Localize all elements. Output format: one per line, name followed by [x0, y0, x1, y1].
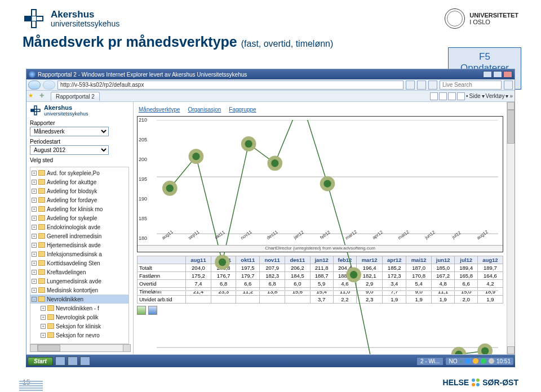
- add-favorite-icon[interactable]: ✚: [39, 92, 47, 100]
- chart: aug11sep11okt11nov11des11jan12feb12mar12…: [137, 116, 503, 252]
- tree-scrollbar[interactable]: [30, 344, 131, 352]
- tree-item[interactable]: +Lungemedisinsk avde: [30, 277, 128, 286]
- maximize-button[interactable]: [493, 71, 502, 78]
- scroll-right-icon[interactable]: [123, 344, 131, 352]
- page-body: Akershus universitetssykehus Rapporter M…: [26, 102, 515, 354]
- svg-point-31: [350, 271, 357, 278]
- tree-item[interactable]: +Medisinsk kontortjen: [30, 286, 128, 295]
- search-input[interactable]: [440, 81, 502, 90]
- tray-icon-3[interactable]: [481, 358, 486, 364]
- svg-rect-8: [31, 109, 34, 112]
- export-excel-icon[interactable]: [137, 306, 146, 315]
- tree-item[interactable]: +Avd. for sykepleie,Po: [30, 168, 128, 177]
- ahus-logo: Akershus universitetssykehus: [23, 7, 119, 30]
- taskbar: Start 2 - Wi... NO « 10:51: [26, 355, 515, 367]
- export-word-icon[interactable]: [148, 306, 157, 315]
- tree-item[interactable]: +Endokrinologisk avde: [30, 222, 128, 231]
- label-rapporter: Rapporter: [30, 120, 131, 126]
- tab-bar: ★ ✚ Rapportportal 2 • Side▾ Verktøy▾ »: [26, 91, 515, 102]
- tab-organisasjon[interactable]: Organisasjon: [185, 105, 224, 114]
- svg-point-19: [192, 153, 199, 160]
- forward-button[interactable]: [43, 81, 55, 90]
- svg-point-21: [219, 259, 226, 266]
- tree-child-item[interactable]: +Nevrologisk polik: [30, 313, 128, 322]
- tray-clock: 10:51: [496, 358, 511, 364]
- tree-item[interactable]: +Korttidsavdeling Sten: [30, 259, 128, 268]
- helse-sorost-logo: HELSE SØR-ØST: [443, 378, 518, 387]
- print-icon[interactable]: [457, 92, 465, 100]
- ie-icon: [29, 71, 36, 78]
- tree-child-item[interactable]: +Seksjon for nevro: [30, 331, 128, 340]
- tree-item[interactable]: +Avdeling for akuttge: [30, 177, 128, 186]
- go-button[interactable]: [406, 81, 415, 90]
- ahus-subtitle: universitetssykehus: [51, 20, 119, 28]
- start-button[interactable]: Start: [28, 357, 53, 366]
- stop-button[interactable]: [428, 81, 437, 90]
- chevron-right-icon[interactable]: »: [509, 93, 513, 99]
- tree-item[interactable]: +Avdeling for klinisk mo: [30, 204, 128, 213]
- uio-logo: UNIVERSITETET I OSLO: [445, 8, 518, 29]
- tree-item[interactable]: +Avdeling for sykeple: [30, 213, 128, 222]
- tree-item[interactable]: +Kreftavdelingen: [30, 268, 128, 277]
- tray-icon-1[interactable]: [465, 358, 471, 364]
- favorites-icon[interactable]: ★: [28, 92, 36, 100]
- scroll-left-icon[interactable]: [30, 344, 38, 352]
- browser-titlebar[interactable]: Rapportportal 2 - Windows Internet Explo…: [26, 69, 515, 79]
- vscroll-thumb[interactable]: [507, 110, 515, 144]
- refresh-button[interactable]: [417, 81, 426, 90]
- search-button[interactable]: [504, 81, 513, 90]
- uio-seal-icon: [445, 8, 465, 29]
- main-scrollbar[interactable]: [507, 102, 515, 354]
- chart-svg: [157, 120, 498, 354]
- page-tab[interactable]: Rapportportal 2: [51, 92, 100, 101]
- back-button[interactable]: [28, 81, 41, 90]
- chart-y-tick: 180: [139, 235, 147, 241]
- tree-item[interactable]: +Avdeling for fordøye: [30, 195, 128, 204]
- sidebar-logo: Akershus universitetssykehus: [30, 104, 131, 117]
- chart-footer: ChartDirector (unregistered) from www.ad…: [138, 245, 503, 252]
- scroll-thumb[interactable]: [38, 345, 60, 351]
- scroll-up-icon[interactable]: [507, 102, 515, 110]
- sorost-label: SØR-ØST: [482, 378, 518, 387]
- system-tray[interactable]: NO « 10:51: [446, 358, 513, 365]
- menu-page[interactable]: Side: [469, 93, 481, 99]
- org-tree[interactable]: +Avd. for sykepleie,Po+Avdeling for akut…: [30, 167, 129, 344]
- svg-point-17: [166, 185, 174, 192]
- sidebar-logo-small: universitetssykehus: [44, 111, 88, 117]
- quicklaunch-explorer-icon[interactable]: [68, 357, 78, 366]
- taskbar-item[interactable]: 2 - Wi...: [416, 357, 444, 366]
- report-tabs: Månedsverktype Organisasjon Faggruppe: [134, 102, 507, 114]
- mail-icon[interactable]: [448, 92, 456, 100]
- tab-faggruppe[interactable]: Faggruppe: [226, 105, 259, 114]
- close-button[interactable]: [503, 71, 512, 78]
- feed-icon[interactable]: [439, 92, 447, 100]
- scroll-down-icon[interactable]: [507, 346, 515, 354]
- tree-item[interactable]: +Infeksjonsmedisinsk a: [30, 250, 128, 259]
- quicklaunch-media-icon[interactable]: [80, 357, 90, 366]
- quicklaunch-ie-icon[interactable]: [55, 357, 65, 366]
- footer-lines-icon: [19, 380, 43, 391]
- main-content: Månedsverktype Organisasjon Faggruppe au…: [134, 102, 507, 354]
- home-icon[interactable]: [430, 92, 438, 100]
- select-rapporter[interactable]: Månedsverk: [30, 127, 109, 136]
- slide-footer: 15 HELSE SØR-ØST: [0, 373, 541, 392]
- tree-child-item[interactable]: +Seksjon for klinisk: [30, 322, 128, 331]
- tray-volume-icon[interactable]: [489, 358, 494, 364]
- menu-tools[interactable]: Verktøy: [486, 93, 505, 99]
- svg-point-23: [245, 140, 252, 148]
- tree-child-item[interactable]: +Nevroklinikken - f: [30, 304, 128, 313]
- tree-item-selected[interactable]: -Nevroklinikken: [30, 295, 128, 304]
- address-input[interactable]: [57, 81, 403, 90]
- minimize-button[interactable]: [483, 71, 492, 78]
- tray-lang[interactable]: NO: [449, 358, 457, 364]
- tray-icon-2[interactable]: [473, 358, 478, 364]
- label-velgsted: Velg sted: [30, 157, 131, 163]
- ahus-cross-mini-icon: [30, 105, 41, 116]
- chart-y-tick: 190: [139, 196, 147, 202]
- tree-item[interactable]: +Avdeling for blodsyk: [30, 186, 128, 195]
- tab-manedsverktype[interactable]: Månedsverktype: [136, 105, 183, 114]
- svg-rect-2: [32, 16, 36, 21]
- select-periodestart[interactable]: August 2012: [30, 145, 109, 155]
- tree-item[interactable]: +Hjertemedisinsk avde: [30, 240, 128, 250]
- tree-item[interactable]: +Generell indremedisin: [30, 231, 128, 240]
